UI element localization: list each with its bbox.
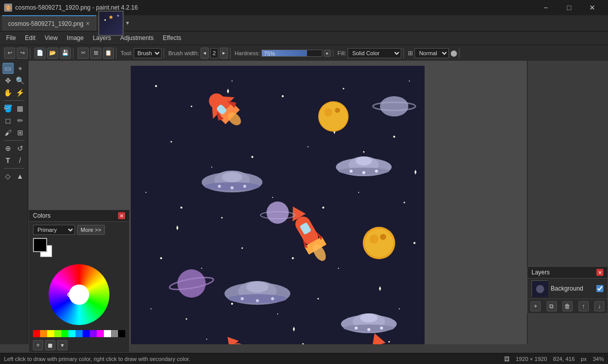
pan-row: ✋ ⚡: [3, 87, 26, 98]
shape-tool[interactable]: ◇: [3, 171, 14, 182]
palette-lime[interactable]: [54, 330, 61, 337]
eyedropper-tool[interactable]: ⊕: [3, 143, 14, 154]
zoom-tool[interactable]: 🔍: [15, 75, 26, 86]
palette-orange[interactable]: [40, 330, 47, 337]
menu-file[interactable]: File: [2, 33, 20, 43]
colors-close-button[interactable]: ✕: [118, 212, 125, 219]
maximize-button[interactable]: □: [557, 0, 581, 15]
palette-blue[interactable]: [83, 330, 90, 337]
recolor-tool[interactable]: ↺: [15, 143, 26, 154]
minimize-button[interactable]: −: [534, 0, 557, 15]
lasso-select-tool[interactable]: ⌖: [15, 63, 26, 74]
add-color-button[interactable]: +: [33, 340, 43, 350]
tab-close-icon[interactable]: ✕: [86, 21, 90, 26]
palette-red[interactable]: [33, 330, 40, 337]
canvas[interactable]: [131, 66, 425, 344]
brush-size-up[interactable]: ▸: [220, 48, 228, 59]
layers-close-button[interactable]: ✕: [596, 269, 603, 276]
menu-view[interactable]: View: [41, 33, 62, 43]
palette-black[interactable]: [118, 330, 125, 337]
menu-effects[interactable]: Effects: [159, 33, 185, 43]
move-up-button[interactable]: ↑: [579, 301, 589, 311]
add-layer-button[interactable]: +: [530, 301, 541, 311]
hardness-btn[interactable]: ▸: [324, 50, 331, 57]
cut-button[interactable]: ✂: [78, 48, 89, 59]
menu-image[interactable]: Image: [63, 33, 88, 43]
svg-point-5: [343, 88, 345, 90]
palette-white[interactable]: [104, 330, 111, 337]
copy-button[interactable]: ⊞: [90, 48, 101, 59]
redo-button[interactable]: ↪: [17, 48, 28, 59]
svg-point-80: [362, 171, 365, 174]
fill-select[interactable]: Solid Color No Fill Linear Gradient: [348, 48, 401, 58]
color-picker-cursor[interactable]: [67, 292, 72, 297]
gradient-tool[interactable]: ▦: [15, 103, 26, 114]
shape-fill-tool[interactable]: ▲: [15, 171, 26, 182]
new-button[interactable]: 📄: [34, 48, 46, 59]
hardness-bar[interactable]: 75%: [261, 50, 322, 57]
menu-edit[interactable]: Edit: [21, 33, 40, 43]
text-tool[interactable]: T: [3, 155, 14, 166]
swatch-stack[interactable]: [33, 238, 55, 260]
undo-button[interactable]: ↩: [4, 48, 15, 59]
svg-point-77: [356, 156, 372, 166]
line-tool[interactable]: /: [15, 155, 26, 166]
pan-tool[interactable]: ✋: [3, 87, 14, 98]
tab-dropdown-icon[interactable]: ▼: [125, 20, 130, 26]
stamp-tool[interactable]: ⊞: [15, 127, 26, 138]
palette-magenta[interactable]: [97, 330, 104, 337]
tool-select[interactable]: Brush: [134, 48, 162, 58]
svg-point-50: [324, 108, 332, 116]
active-tab[interactable]: cosmos-5809271_1920.png ✕: [2, 15, 96, 31]
palette-cyan[interactable]: [68, 330, 75, 337]
paint-row: 🪣 ▦: [3, 103, 26, 114]
delete-layer-button[interactable]: 🗑: [562, 301, 573, 311]
color-swatch-icon[interactable]: ◼: [45, 340, 55, 350]
magic-wand-tool[interactable]: ⚡: [15, 87, 26, 98]
blend-mode-select[interactable]: Normal Multiply Screen: [414, 48, 449, 58]
rectangle-select-tool[interactable]: ▭: [3, 63, 14, 74]
colors-panel-header: Colors ✕: [29, 210, 129, 222]
move-tool[interactable]: ✥: [3, 75, 14, 86]
paintbucket-tool[interactable]: 🪣: [3, 103, 14, 114]
svg-point-1: [155, 85, 157, 87]
color-wheel[interactable]: [49, 264, 109, 325]
palette-green[interactable]: [61, 330, 68, 337]
close-button[interactable]: ✕: [581, 0, 604, 15]
color-wheel-container[interactable]: [29, 262, 129, 329]
primary-color-swatch[interactable]: [33, 238, 47, 252]
brush-tool[interactable]: 🖌: [3, 127, 14, 138]
palette-yellow[interactable]: [47, 330, 54, 337]
opacity-icon: ⬤: [450, 50, 457, 57]
colors-panel: Colors ✕ Primary Secondary More >>: [28, 210, 130, 353]
tool-group: Tool: Brush: [119, 48, 164, 58]
layers-panel-title: Layers: [531, 269, 550, 276]
layer-row-background[interactable]: Background: [527, 278, 607, 299]
brush-size-down[interactable]: ◂: [201, 48, 209, 59]
pixel-unit: px: [581, 356, 587, 362]
open-button[interactable]: 📂: [47, 48, 58, 59]
save-button[interactable]: 💾: [60, 48, 71, 59]
svg-point-30: [231, 303, 233, 305]
svg-point-14: [145, 192, 146, 193]
hardness-bar-container: 75%: [261, 50, 322, 57]
layers-panel: Layers ✕ Background + ⧉ 🗑 ↑ ↓: [527, 266, 608, 314]
layer-visibility-checkbox[interactable]: [596, 285, 603, 292]
svg-point-9: [211, 167, 212, 168]
eraser-tool[interactable]: ◻: [3, 115, 14, 126]
pencil-tool[interactable]: ✏: [15, 115, 26, 126]
svg-point-29: [186, 318, 187, 320]
brush-row: 🖌 ⊞: [3, 127, 26, 138]
status-size-icon: 🖼: [504, 356, 510, 362]
primary-secondary-select[interactable]: Primary Secondary: [33, 225, 75, 235]
window-controls[interactable]: − □ ✕: [534, 0, 604, 15]
palette-lightblue[interactable]: [75, 330, 83, 337]
more-button[interactable]: More >>: [77, 225, 105, 235]
palette-grey[interactable]: [111, 330, 118, 337]
palette-purple[interactable]: [90, 330, 97, 337]
paste-button[interactable]: 📋: [103, 48, 114, 59]
move-down-button[interactable]: ↓: [594, 301, 604, 311]
color-dropdown-button[interactable]: ▾: [57, 340, 67, 350]
duplicate-layer-button[interactable]: ⧉: [547, 301, 557, 311]
svg-point-102: [369, 234, 378, 244]
